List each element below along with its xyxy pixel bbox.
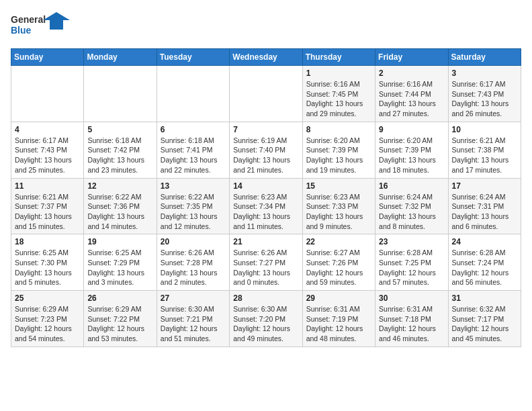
day-number: 5 [87,125,152,134]
day-info: Sunrise: 6:25 AM Sunset: 7:29 PM Dayligh… [87,248,152,287]
calendar-cell: 6Sunrise: 6:18 AM Sunset: 7:41 PM Daylig… [157,122,229,178]
day-info: Sunrise: 6:31 AM Sunset: 7:18 PM Dayligh… [379,304,444,344]
calendar-cell: 30Sunrise: 6:31 AM Sunset: 7:18 PM Dayli… [375,291,448,347]
calendar-cell [84,66,157,122]
day-number: 9 [379,125,444,134]
day-number: 22 [306,237,371,246]
day-info: Sunrise: 6:22 AM Sunset: 7:35 PM Dayligh… [161,192,226,232]
day-info: Sunrise: 6:22 AM Sunset: 7:36 PM Dayligh… [87,192,152,232]
day-info: Sunrise: 6:17 AM Sunset: 7:43 PM Dayligh… [452,79,517,119]
day-info: Sunrise: 6:24 AM Sunset: 7:32 PM Dayligh… [379,192,444,232]
calendar-table: SundayMondayTuesdayWednesdayThursdayFrid… [11,48,521,347]
week-row-5: 25Sunrise: 6:29 AM Sunset: 7:23 PM Dayli… [11,291,521,347]
day-number: 10 [452,125,517,134]
svg-text:Blue: Blue [11,25,32,36]
day-info: Sunrise: 6:18 AM Sunset: 7:41 PM Dayligh… [161,136,226,175]
day-info: Sunrise: 6:32 AM Sunset: 7:17 PM Dayligh… [452,304,517,344]
day-number: 14 [233,181,298,191]
day-info: Sunrise: 6:20 AM Sunset: 7:39 PM Dayligh… [306,136,371,175]
day-number: 12 [87,181,152,191]
day-number: 31 [452,293,517,303]
day-info: Sunrise: 6:16 AM Sunset: 7:45 PM Dayligh… [306,79,371,119]
day-info: Sunrise: 6:20 AM Sunset: 7:39 PM Dayligh… [379,136,444,175]
calendar-cell: 12Sunrise: 6:22 AM Sunset: 7:36 PM Dayli… [84,178,157,234]
calendar-cell [230,66,302,122]
calendar-cell: 3Sunrise: 6:17 AM Sunset: 7:43 PM Daylig… [448,66,521,122]
day-info: Sunrise: 6:21 AM Sunset: 7:38 PM Dayligh… [452,136,517,175]
svg-text:General: General [11,14,46,25]
header-day-tuesday: Tuesday [157,49,229,66]
day-number: 8 [306,125,371,134]
calendar-cell: 10Sunrise: 6:21 AM Sunset: 7:38 PM Dayli… [448,122,521,178]
day-info: Sunrise: 6:16 AM Sunset: 7:44 PM Dayligh… [379,79,444,119]
calendar-cell: 20Sunrise: 6:26 AM Sunset: 7:28 PM Dayli… [157,234,229,291]
day-number: 24 [452,237,517,246]
calendar-cell: 25Sunrise: 6:29 AM Sunset: 7:23 PM Dayli… [11,291,84,347]
header-day-thursday: Thursday [302,49,375,66]
day-number: 15 [306,181,371,191]
calendar-cell: 23Sunrise: 6:28 AM Sunset: 7:25 PM Dayli… [375,234,448,291]
logo-svg: GeneralBlue [11,11,71,40]
day-number: 30 [379,293,444,303]
day-number: 16 [379,181,444,191]
day-number: 28 [233,293,298,303]
day-number: 6 [161,125,226,134]
calendar-cell: 13Sunrise: 6:22 AM Sunset: 7:35 PM Dayli… [157,178,229,234]
day-number: 13 [161,181,226,191]
calendar-cell: 24Sunrise: 6:28 AM Sunset: 7:24 PM Dayli… [448,234,521,291]
calendar-body: 1Sunrise: 6:16 AM Sunset: 7:45 PM Daylig… [11,66,521,347]
day-number: 18 [15,237,80,246]
day-info: Sunrise: 6:28 AM Sunset: 7:24 PM Dayligh… [452,248,517,287]
calendar-cell: 8Sunrise: 6:20 AM Sunset: 7:39 PM Daylig… [302,122,375,178]
day-info: Sunrise: 6:29 AM Sunset: 7:23 PM Dayligh… [15,304,80,344]
day-info: Sunrise: 6:30 AM Sunset: 7:20 PM Dayligh… [233,304,298,344]
header-day-monday: Monday [84,49,157,66]
day-info: Sunrise: 6:31 AM Sunset: 7:19 PM Dayligh… [306,304,371,344]
day-number: 17 [452,181,517,191]
day-number: 21 [233,237,298,246]
header-row: SundayMondayTuesdayWednesdayThursdayFrid… [11,49,521,66]
logo: GeneralBlue [11,11,71,40]
day-number: 26 [87,293,152,303]
calendar-cell: 19Sunrise: 6:25 AM Sunset: 7:29 PM Dayli… [84,234,157,291]
calendar-cell: 4Sunrise: 6:17 AM Sunset: 7:43 PM Daylig… [11,122,84,178]
day-number: 2 [379,68,444,78]
day-info: Sunrise: 6:18 AM Sunset: 7:42 PM Dayligh… [87,136,152,175]
day-info: Sunrise: 6:24 AM Sunset: 7:31 PM Dayligh… [452,192,517,232]
calendar-cell: 9Sunrise: 6:20 AM Sunset: 7:39 PM Daylig… [375,122,448,178]
day-info: Sunrise: 6:21 AM Sunset: 7:37 PM Dayligh… [15,192,80,232]
calendar-header: SundayMondayTuesdayWednesdayThursdayFrid… [11,49,521,66]
week-row-2: 4Sunrise: 6:17 AM Sunset: 7:43 PM Daylig… [11,122,521,178]
calendar-cell: 5Sunrise: 6:18 AM Sunset: 7:42 PM Daylig… [84,122,157,178]
day-number: 1 [306,68,371,78]
calendar-cell: 2Sunrise: 6:16 AM Sunset: 7:44 PM Daylig… [375,66,448,122]
calendar-cell: 11Sunrise: 6:21 AM Sunset: 7:37 PM Dayli… [11,178,84,234]
calendar-cell: 31Sunrise: 6:32 AM Sunset: 7:17 PM Dayli… [448,291,521,347]
day-info: Sunrise: 6:30 AM Sunset: 7:21 PM Dayligh… [161,304,226,344]
page-header: GeneralBlue [11,11,521,40]
header-day-saturday: Saturday [448,49,521,66]
day-info: Sunrise: 6:26 AM Sunset: 7:28 PM Dayligh… [161,248,226,287]
day-info: Sunrise: 6:29 AM Sunset: 7:22 PM Dayligh… [87,304,152,344]
calendar-cell: 21Sunrise: 6:26 AM Sunset: 7:27 PM Dayli… [230,234,302,291]
day-info: Sunrise: 6:27 AM Sunset: 7:26 PM Dayligh… [306,248,371,287]
header-day-sunday: Sunday [11,49,84,66]
svg-marker-2 [43,12,70,30]
day-number: 4 [15,125,80,134]
day-info: Sunrise: 6:17 AM Sunset: 7:43 PM Dayligh… [15,136,80,175]
day-info: Sunrise: 6:23 AM Sunset: 7:34 PM Dayligh… [233,192,298,232]
calendar-cell: 14Sunrise: 6:23 AM Sunset: 7:34 PM Dayli… [230,178,302,234]
day-number: 19 [87,237,152,246]
calendar-cell: 28Sunrise: 6:30 AM Sunset: 7:20 PM Dayli… [230,291,302,347]
day-number: 7 [233,125,298,134]
day-info: Sunrise: 6:25 AM Sunset: 7:30 PM Dayligh… [15,248,80,287]
calendar-cell: 15Sunrise: 6:23 AM Sunset: 7:33 PM Dayli… [302,178,375,234]
day-info: Sunrise: 6:28 AM Sunset: 7:25 PM Dayligh… [379,248,444,287]
day-info: Sunrise: 6:26 AM Sunset: 7:27 PM Dayligh… [233,248,298,287]
day-number: 25 [15,293,80,303]
week-row-1: 1Sunrise: 6:16 AM Sunset: 7:45 PM Daylig… [11,66,521,122]
day-number: 27 [161,293,226,303]
header-day-friday: Friday [375,49,448,66]
calendar-cell [157,66,229,122]
day-number: 3 [452,68,517,78]
